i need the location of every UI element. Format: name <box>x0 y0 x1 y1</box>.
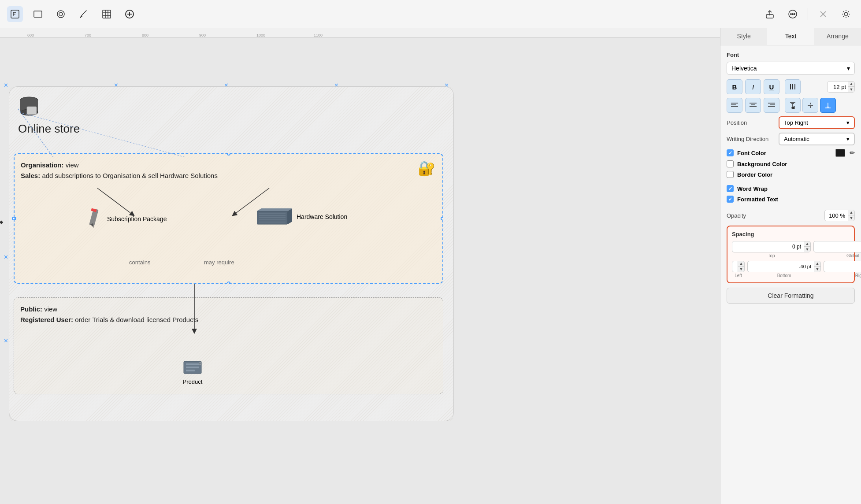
opacity-control[interactable]: ▲ ▼ <box>824 210 855 221</box>
font-dropdown[interactable]: Helvetica ▾ <box>727 62 855 75</box>
opacity-down[interactable]: ▼ <box>848 215 854 221</box>
panel-body: Font Helvetica ▾ B I U <box>720 45 861 504</box>
align-left-btn[interactable] <box>727 98 742 113</box>
pencil-icon <box>85 207 103 231</box>
font-size-down[interactable]: ▼ <box>848 87 854 92</box>
align-right-btn[interactable] <box>764 98 779 113</box>
tab-arrange[interactable]: Arrange <box>814 28 861 45</box>
border-color-checkbox[interactable] <box>727 171 734 178</box>
svg-rect-50 <box>186 367 199 368</box>
vert-lines-btn[interactable] <box>785 79 801 94</box>
writing-direction-dropdown[interactable]: Automatic ▾ <box>779 133 855 145</box>
spacing-left-input[interactable] <box>732 262 738 271</box>
spacing-top-input[interactable] <box>732 242 804 252</box>
rect-tool-btn[interactable] <box>30 6 46 22</box>
more-btn[interactable] <box>785 6 801 22</box>
valign-top-btn[interactable] <box>785 98 801 113</box>
spacing-bottom-up[interactable]: ▲ <box>814 261 820 267</box>
valign-group <box>785 98 836 113</box>
plus-tool-btn[interactable] <box>122 6 137 22</box>
bottom-box[interactable]: Public: view Registered User: order Tria… <box>14 297 443 394</box>
font-size-up[interactable]: ▲ <box>848 82 854 87</box>
svg-point-6 <box>59 12 63 16</box>
font-color-swatch[interactable] <box>835 149 845 157</box>
vertical-lines-icon <box>789 83 797 91</box>
opacity-input[interactable] <box>825 211 848 221</box>
valign-mid-btn[interactable] <box>802 98 818 113</box>
spacing-top-up[interactable]: ▲ <box>804 241 810 247</box>
spacing-left-up[interactable]: ▲ <box>738 261 744 267</box>
selection-x-left-mid[interactable]: ✕ <box>4 254 8 260</box>
word-wrap-row: ✓ Word Wrap <box>727 185 855 192</box>
svg-point-52 <box>200 362 201 363</box>
spacing-top-down[interactable]: ▼ <box>804 247 810 252</box>
spacing-left-input-wrap[interactable]: ▲ ▼ <box>732 261 745 272</box>
opacity-up[interactable]: ▲ <box>848 210 854 215</box>
opacity-label: Opacity <box>727 212 775 219</box>
svg-marker-45 <box>288 208 292 224</box>
word-wrap-checkbox[interactable]: ✓ <box>727 185 734 192</box>
ruler-mark: 800 <box>141 33 148 37</box>
spacing-left-down[interactable]: ▼ <box>738 267 744 272</box>
font-section-label: Font <box>727 52 855 58</box>
text-tool-btn[interactable] <box>7 6 23 22</box>
spacing-header: Spacing <box>732 231 850 237</box>
spacing-top-input-wrap[interactable]: ▲ ▼ <box>732 241 811 252</box>
bold-btn[interactable]: B <box>727 79 742 94</box>
clear-formatting-btn[interactable]: Clear Formatting <box>727 288 855 304</box>
toolbar-divider <box>808 8 808 20</box>
selection-x-left-bot[interactable]: ✕ <box>4 337 8 344</box>
database-icon <box>18 96 40 120</box>
selected-box-text: Organisation: Organisation: viewview Sal… <box>21 160 436 181</box>
selected-box[interactable]: Organisation: Organisation: viewview Sal… <box>14 153 443 284</box>
word-wrap-label: Word Wrap <box>737 185 768 192</box>
tab-text[interactable]: Text <box>767 28 814 45</box>
font-size-input[interactable] <box>828 82 848 92</box>
hardware-solution-item: Hardware Solution <box>257 207 347 226</box>
table-tool-btn[interactable] <box>99 6 115 22</box>
background-color-checkbox[interactable] <box>727 160 734 167</box>
align-center-btn[interactable] <box>745 98 761 113</box>
hardware-label: Hardware Solution <box>297 213 347 220</box>
toolbar-right <box>762 6 854 22</box>
spacing-left-stepper: ▲ ▼ <box>738 261 744 272</box>
subscription-label: Subscription Package <box>107 215 167 222</box>
pen-tool-btn[interactable] <box>76 6 92 22</box>
handle-bm[interactable] <box>227 282 230 284</box>
spacing-top-cell: ▲ ▼ Top <box>732 241 811 258</box>
appearance-btn[interactable] <box>838 6 854 22</box>
tab-style[interactable]: Style <box>720 28 767 45</box>
valign-top-icon <box>789 102 796 109</box>
product-icon <box>182 359 204 377</box>
spacing-global-input[interactable] <box>814 242 861 252</box>
underline-btn[interactable]: U <box>764 79 779 94</box>
spacing-bottom-input-wrap[interactable]: ▲ ▼ <box>747 261 821 272</box>
svg-line-29 <box>848 11 849 11</box>
spacing-left-cell: ▲ ▼ Left <box>732 261 745 278</box>
font-name: Helvetica <box>731 65 757 72</box>
valign-bot-btn[interactable] <box>820 98 836 113</box>
canvas-content[interactable]: ✕ ✕ ✕ ✕ ✕ ✕ ✕ ✕ <box>0 38 720 504</box>
formatted-text-checkbox[interactable]: ✓ <box>727 196 734 203</box>
formatted-text-row: ✓ Formatted Text <box>727 196 855 203</box>
font-color-checkbox[interactable]: ✓ <box>727 149 734 156</box>
spacing-global-input-wrap[interactable]: ▲ ▼ <box>813 241 861 252</box>
spacing-right-input[interactable] <box>824 262 861 271</box>
italic-btn[interactable]: I <box>745 79 761 94</box>
eraser-btn[interactable] <box>815 6 831 22</box>
spacing-bottom-down[interactable]: ▼ <box>814 267 820 272</box>
bottom-box-text: Public: view Registered User: order Tria… <box>20 304 437 325</box>
align-right-icon <box>768 102 776 108</box>
position-dropdown[interactable]: Top Right ▾ <box>779 116 855 129</box>
canvas-area[interactable]: 600 700 800 900 1000 1100 ✕ ✕ ✕ ✕ ✕ ✕ ✕ … <box>0 28 720 504</box>
spacing-right-input-wrap[interactable]: ▲ ▼ <box>824 261 861 272</box>
contains-label: contains <box>129 259 150 266</box>
shape-tool-btn[interactable] <box>53 6 69 22</box>
left-mid-handle[interactable] <box>12 217 15 220</box>
handle-mr[interactable] <box>441 217 443 220</box>
font-size-control[interactable]: ▲ ▼ <box>827 81 855 93</box>
spacing-bottom-input[interactable] <box>748 262 814 271</box>
font-color-edit-btn[interactable]: ✏ <box>850 149 855 156</box>
share-btn[interactable] <box>762 6 778 22</box>
selection-x-left-top[interactable]: ✕ <box>4 82 8 89</box>
